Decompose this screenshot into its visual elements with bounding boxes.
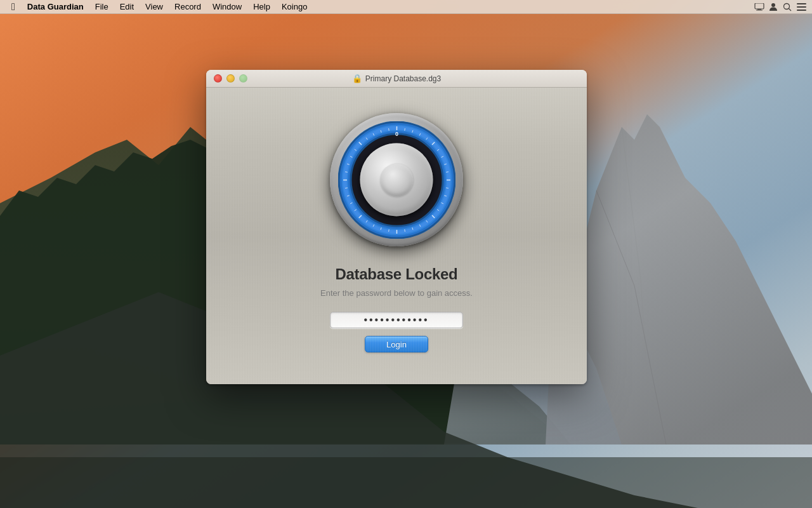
titlebar: 🔒 Primary Database.dg3 [206, 70, 587, 88]
lock-graphic: 0 5 10 15 20 25 30 [330, 113, 463, 246]
minimize-button[interactable] [226, 74, 235, 83]
svg-line-7 [789, 8, 792, 11]
user-icon[interactable] [768, 1, 779, 13]
svg-rect-4 [756, 10, 763, 10]
locked-subtitle: Enter the password below to gain access. [320, 288, 473, 298]
app-window: 🔒 Primary Database.dg3 [206, 70, 587, 384]
svg-rect-2 [755, 3, 764, 9]
record-menu[interactable]: Record [169, 0, 207, 14]
window-menu[interactable]: Window [207, 0, 247, 14]
svg-point-6 [784, 3, 790, 9]
lock-outer-ring: 0 5 10 15 20 25 30 [330, 113, 463, 246]
apple-menu[interactable]:  [5, 0, 22, 14]
file-menu[interactable]: File [89, 0, 114, 14]
login-button[interactable]: Login [365, 336, 428, 352]
koingo-menu[interactable]: Koingo [276, 0, 313, 14]
lock-knob [360, 144, 433, 217]
search-icon[interactable] [782, 1, 793, 13]
svg-text:0: 0 [395, 131, 398, 137]
maximize-button[interactable] [239, 74, 247, 83]
window-content: 0 5 10 15 20 25 30 [206, 88, 587, 384]
svg-rect-1 [0, 457, 812, 508]
svg-rect-9 [797, 6, 806, 8]
menubar-left:  Data Guardian File Edit View Record Wi… [5, 0, 754, 14]
app-name[interactable]: Data Guardian [22, 0, 89, 14]
svg-point-5 [771, 3, 775, 7]
password-input[interactable] [330, 312, 463, 328]
close-button[interactable] [214, 74, 222, 83]
list-icon[interactable] [796, 1, 807, 13]
locked-title: Database Locked [336, 265, 458, 283]
svg-rect-3 [757, 9, 761, 10]
help-menu[interactable]: Help [247, 0, 276, 14]
menubar:  Data Guardian File Edit View Record Wi… [0, 0, 812, 14]
edit-menu[interactable]: Edit [114, 0, 140, 14]
view-menu[interactable]: View [140, 0, 169, 14]
traffic-lights [214, 74, 247, 83]
svg-rect-8 [797, 3, 806, 4]
menubar-right [754, 1, 807, 13]
window-title: 🔒 Primary Database.dg3 [352, 74, 441, 83]
file-icon: 🔒 [352, 74, 362, 83]
display-icon[interactable] [754, 1, 765, 13]
svg-rect-10 [797, 10, 806, 11]
